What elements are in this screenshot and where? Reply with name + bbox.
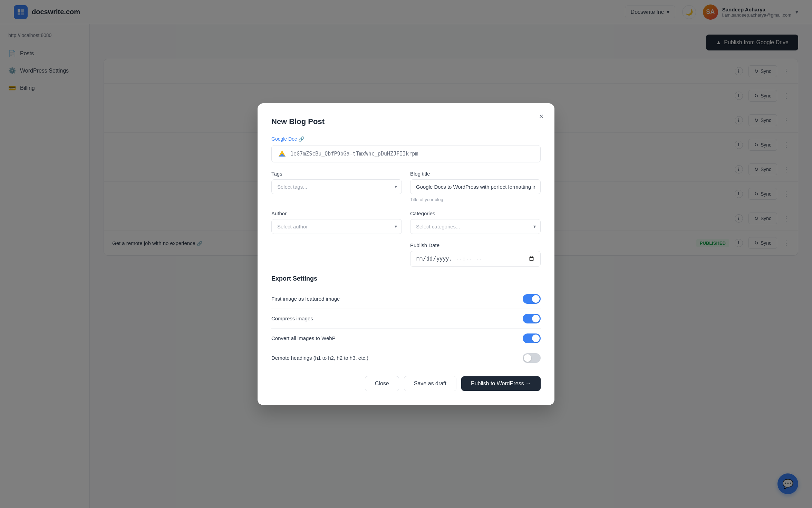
publish-btn-label: Publish to WordPress →	[471, 380, 531, 387]
save-draft-button[interactable]: Save as draft	[404, 376, 456, 391]
publish-date-input[interactable]	[410, 251, 541, 267]
toggle-featured-image[interactable]	[523, 294, 541, 304]
categories-group: Categories Select categories... ▾	[410, 210, 541, 234]
gdoc-id: 1eG7mZScBu_QbfP9bGa-tTmxWhc_pDuHZJFIIkrp…	[290, 151, 418, 157]
mid-fields: Author Select author ▾ Categories Select…	[271, 210, 541, 234]
author-group: Author Select author ▾	[271, 210, 402, 234]
date-row: Publish Date	[271, 242, 541, 267]
google-drive-icon	[277, 149, 287, 159]
categories-select-wrapper: Select categories... ▾	[410, 219, 541, 234]
publish-wordpress-button[interactable]: Publish to WordPress →	[461, 376, 541, 391]
toggle-webp[interactable]	[523, 333, 541, 343]
categories-select[interactable]: Select categories...	[410, 219, 541, 234]
toggle-row-webp: Convert all images to WebP	[271, 329, 541, 348]
blog-title-hint: Title of your blog	[410, 197, 541, 202]
author-select-wrapper: Select author ▾	[271, 219, 402, 234]
gdoc-input-wrapper: 1eG7mZScBu_QbfP9bGa-tTmxWhc_pDuHZJFIIkrp…	[271, 145, 541, 162]
export-settings-title: Export Settings	[271, 275, 541, 282]
toggle-row-compress: Compress images	[271, 309, 541, 329]
toggle-compress[interactable]	[523, 314, 541, 323]
blog-title-input[interactable]	[410, 179, 541, 194]
toggle-label-compress: Compress images	[271, 316, 313, 321]
toggle-row-featured-image: First image as featured image	[271, 289, 541, 309]
toggle-label-webp: Convert all images to WebP	[271, 335, 336, 341]
tags-select-wrapper: Select tags... ▾	[271, 179, 402, 194]
modal-footer: Close Save as draft Publish to WordPress…	[271, 376, 541, 391]
toggle-label-demote: Demote headings (h1 to h2, h2 to h3, etc…	[271, 355, 368, 361]
new-blog-post-modal: New Blog Post × Google Doc 🔗 1eG7mZScBu_…	[258, 103, 554, 405]
toggle-demote[interactable]	[523, 353, 541, 363]
export-settings-section: Export Settings First image as featured …	[271, 275, 541, 368]
publish-date-label: Publish Date	[410, 242, 541, 248]
tags-select[interactable]: Select tags...	[271, 179, 402, 194]
top-fields: Tags Select tags... ▾ Blog title Title o…	[271, 171, 541, 202]
modal-overlay: New Blog Post × Google Doc 🔗 1eG7mZScBu_…	[0, 0, 812, 508]
close-button[interactable]: Close	[365, 376, 399, 391]
blog-title-group: Blog title Title of your blog	[410, 171, 541, 202]
modal-title: New Blog Post	[271, 117, 541, 126]
author-label: Author	[271, 210, 402, 216]
toggle-label-featured-image: First image as featured image	[271, 296, 340, 302]
publish-date-group: Publish Date	[410, 242, 541, 267]
gdoc-section: Google Doc 🔗 1eG7mZScBu_QbfP9bGa-tTmxWhc…	[271, 136, 541, 162]
toggle-row-demote: Demote headings (h1 to h2, h2 to h3, etc…	[271, 348, 541, 368]
blog-title-label: Blog title	[410, 171, 541, 177]
tags-label: Tags	[271, 171, 402, 177]
tags-group: Tags Select tags... ▾	[271, 171, 402, 202]
categories-label: Categories	[410, 210, 541, 216]
modal-close-button[interactable]: ×	[535, 110, 548, 123]
google-doc-link[interactable]: Google Doc 🔗	[271, 136, 304, 142]
author-select[interactable]: Select author	[271, 219, 402, 234]
